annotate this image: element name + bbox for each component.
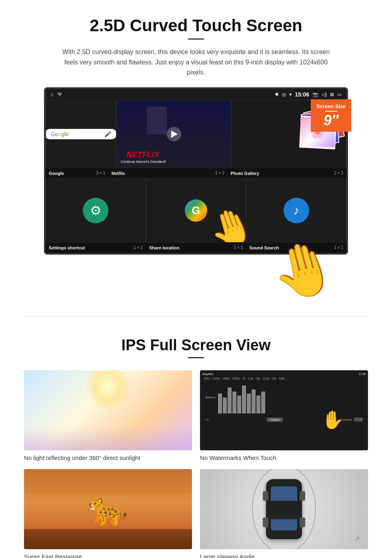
badge-bar: [325, 111, 337, 112]
gear-icon: ⚙: [90, 203, 102, 218]
bluetooth-icon: ✱: [275, 92, 279, 97]
close-icon: ⊠: [330, 92, 334, 97]
settings-app-name: Settings shortcut: [49, 245, 85, 250]
google-logo: Google: [50, 131, 68, 137]
camera-icon: 📷: [312, 92, 318, 97]
sunlight-caption: No light reflecting under 360° direct su…: [24, 454, 192, 461]
label-photo-gallery: Photo Gallery 2 × 2: [227, 170, 346, 177]
google-app-name: Google: [49, 171, 64, 176]
section2-underline: [188, 357, 204, 358]
car-windshield: [271, 486, 297, 501]
google-search-bar[interactable]: Google 🎤: [46, 129, 116, 139]
section2-title: IPS Full Screen View: [24, 337, 368, 354]
google-app-size: 3 × 1: [96, 171, 105, 175]
sunlight-background: [24, 370, 192, 450]
label-netflix: Netflix 3 × 2: [108, 170, 228, 177]
netflix-app-name: Netflix: [112, 171, 125, 176]
sound-search-app-size: 1 × 1: [334, 245, 343, 250]
netflix-app-size: 3 × 2: [215, 171, 224, 175]
car-topview-image: ↗: [200, 469, 368, 549]
netflix-logo: NETFLIX: [121, 151, 166, 159]
volume-icon: ◁): [322, 92, 327, 97]
netflix-overlay: NETFLIX Continue Marvel's Daredevil: [121, 151, 166, 164]
screen-size-badge: Screen Size 9″: [311, 99, 351, 132]
title-underline: [188, 38, 204, 40]
badge-size: 9″: [324, 112, 338, 128]
car-view-background: ↗: [200, 469, 368, 549]
cheetah-image: 🐆: [24, 469, 192, 549]
pointing-hand-icon: 🤚: [266, 237, 342, 303]
amp-status-bar: Amplifier 17:33: [202, 373, 366, 375]
section-divider: [24, 316, 368, 317]
wifi-icon: ▾: [289, 92, 292, 97]
watermarks-caption: No Watermarks When Touch: [200, 454, 368, 461]
section1-description: With 2.5D curved-display screen, this de…: [60, 47, 332, 78]
section1-title: 2.5D Curved Touch Screen: [24, 16, 368, 35]
car-body: [266, 479, 302, 539]
sunlight-image: [24, 370, 192, 450]
section-curved-touch: 2.5D Curved Touch Screen With 2.5D curve…: [0, 0, 392, 308]
app-labels-top: Google 3 × 1 Netflix 3 × 2 Photo Gallery…: [46, 168, 346, 179]
status-time: 15:06: [295, 91, 309, 98]
feature-image-grid: No light reflecting under 360° direct su…: [24, 370, 368, 558]
car-arrow-icon: ↗: [354, 534, 360, 543]
mic-icon[interactable]: 🎤: [104, 131, 111, 137]
app-cell-netflix[interactable]: NETFLIX Continue Marvel's Daredevil: [116, 100, 232, 168]
label-google: Google 3 × 1: [46, 170, 108, 177]
feature-card-viewing-angle: ↗ Large Viewing Angle: [200, 469, 368, 558]
feature-card-response: 🐆 Super Fast Response: [24, 469, 192, 558]
sunlight-glow: [84, 370, 132, 410]
usb-icon: Ψ: [58, 91, 62, 97]
share-location-app-name: Share location: [149, 245, 180, 250]
car-wheel-fl: [263, 491, 268, 501]
label-share-location: Share location 1 × 1: [146, 244, 246, 251]
hand-pointer-icon: 🤚: [204, 203, 246, 242]
minimize-icon: ▭: [337, 92, 342, 97]
amp-title: Amplifier: [202, 373, 213, 375]
status-bar: ⌂ Ψ ✱ ◎ ▾ 15:06 📷 ◁) ⊠ ▭: [46, 89, 346, 100]
device-screen: ⌂ Ψ ✱ ◎ ▾ 15:06 📷 ◁) ⊠ ▭: [44, 87, 348, 255]
car-wheel-rr: [300, 518, 305, 527]
status-right: ✱ ◎ ▾ 15:06 📷 ◁) ⊠ ▭: [275, 91, 342, 98]
cheetah-icon: 🐆: [88, 490, 128, 528]
car-wheel-fr: [300, 491, 305, 501]
app-cell-share-location[interactable]: G 🤚: [146, 179, 246, 243]
photo-gallery-app-size: 2 × 2: [334, 171, 343, 175]
status-left: ⌂ Ψ: [50, 91, 62, 97]
share-location-app-size: 1 × 1: [234, 245, 243, 250]
app-cell-settings[interactable]: ⚙: [46, 179, 146, 243]
amplifier-image: Amplifier 17:33 60hz100hz200hz500hz1k2.5…: [200, 370, 368, 450]
feature-card-watermarks: Amplifier 17:33 60hz100hz200hz500hz1k2.5…: [200, 370, 368, 461]
viewing-angle-caption: Large Viewing Angle: [200, 553, 368, 558]
amplifier-screen: Amplifier 17:33 60hz100hz200hz500hz1k2.5…: [200, 370, 368, 450]
app-cell-google[interactable]: Google 🎤: [46, 100, 116, 168]
car-rear-window: [271, 519, 297, 530]
response-caption: Super Fast Response: [24, 553, 192, 558]
music-icon-circle: ♪: [284, 198, 309, 223]
settings-app-size: 1 × 1: [134, 245, 143, 250]
cheetah-background: 🐆: [24, 469, 192, 549]
badge-title: Screen Size: [316, 103, 346, 109]
feature-card-sunlight: No light reflecting under 360° direct su…: [24, 370, 192, 461]
netflix-play-button[interactable]: [167, 127, 181, 141]
photo-gallery-app-name: Photo Gallery: [230, 171, 259, 176]
home-icon: ⌂: [50, 91, 54, 97]
app-cell-sound-search[interactable]: ♪: [246, 179, 346, 243]
amp-time: 17:33: [358, 373, 366, 375]
app-grid-bottom: ⚙ G 🤚 ♪: [46, 179, 346, 243]
device-mockup: Screen Size 9″ ⌂ Ψ ✱ ◎ ▾ 15:06 📷 ◁) ⊠: [44, 87, 348, 255]
settings-icon-circle: ⚙: [83, 198, 108, 223]
location-icon: ◎: [282, 92, 286, 97]
music-note-icon: ♪: [293, 204, 299, 217]
car-wheel-rl: [263, 518, 268, 527]
app-grid-top: Google 🎤 NETFLIX Continue Ma: [46, 100, 346, 168]
netflix-subtitle: Continue Marvel's Daredevil: [121, 160, 166, 164]
section-ips-view: IPS Full Screen View No light reflecting…: [0, 325, 392, 558]
label-settings: Settings shortcut 1 × 1: [46, 244, 146, 251]
